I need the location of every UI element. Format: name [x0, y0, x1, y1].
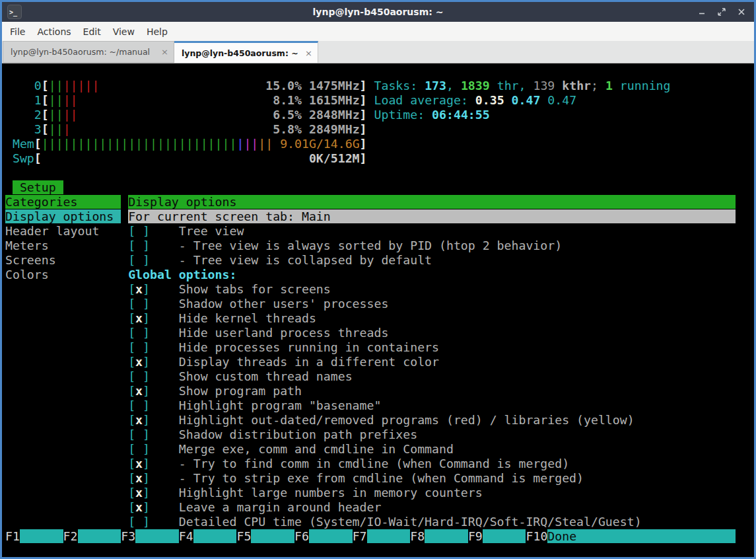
checkbox-highlight-outdated[interactable]: [ [128, 413, 135, 427]
f3-action[interactable] [135, 529, 179, 543]
f5-key[interactable]: F5 [236, 529, 251, 543]
categories-panel-header: Categories [5, 195, 121, 209]
checkbox-tree-sorted[interactable]: [ [128, 239, 135, 252]
option-label-margin-header[interactable]: Leave a margin around header [179, 500, 382, 514]
f3-key[interactable]: F3 [121, 529, 135, 543]
tasks-label: Tasks: [374, 79, 425, 93]
f9-key[interactable]: F9 [468, 529, 483, 543]
mem-bar-buffers: | [236, 137, 244, 151]
option-label-merge-exe[interactable]: Merge exe, comm and cmdline in Command [179, 442, 454, 456]
option-label-show-tabs[interactable]: Show tabs for screens [179, 282, 331, 296]
option-label-find-comm[interactable]: - Try to find comm in cmdline (when Comm… [179, 457, 569, 470]
checkbox-program-path[interactable]: [ [128, 384, 135, 398]
checkbox-highlight-basename[interactable]: [ [128, 398, 135, 412]
option-label-tree-sorted[interactable]: - Tree view is always sorted by PID (hto… [179, 239, 562, 252]
option-label-hide-kernel[interactable]: Hide kernel threads [179, 311, 316, 325]
category-display-options[interactable]: Display options [5, 209, 121, 223]
checkbox-thread-names[interactable]: [ [128, 369, 135, 383]
f7-key[interactable]: F7 [353, 529, 367, 543]
cpu1-bar-normal: || [49, 93, 63, 107]
checkbox-find-comm[interactable]: [ [128, 457, 135, 470]
uptime-value: 06:44:55 [432, 108, 490, 122]
checkbox-shadow-paths[interactable]: [ [128, 428, 135, 441]
option-label-shadow-users[interactable]: Shadow other users' processes [179, 297, 389, 311]
terminal-screen[interactable]: 0[||||||| 15.0% 1475MHz] Tasks: 173, 183… [2, 63, 754, 557]
menu-file[interactable]: File [4, 26, 31, 37]
f8-action[interactable] [425, 529, 468, 543]
checkbox-show-tabs[interactable]: [ [128, 282, 135, 296]
f6-action[interactable] [309, 529, 353, 543]
category-colors[interactable]: Colors [5, 268, 49, 281]
kthreads-count: 139 [533, 79, 562, 93]
f5-action[interactable] [251, 529, 294, 543]
option-label-threads-color[interactable]: Display threads in a different color [179, 355, 439, 369]
f6-key[interactable]: F6 [294, 529, 309, 543]
option-label-tree-view[interactable]: Tree view [179, 224, 244, 238]
minimize-button[interactable] [697, 7, 706, 17]
uptime-label: Uptime: [374, 108, 432, 122]
option-label-highlight-outdated[interactable]: Highlight out-dated/removed programs (re… [179, 413, 635, 427]
option-row-threads-color: [x] Display threads in a different color [5, 355, 754, 369]
cpu2-meter-row: 2[|||| 6.5% 2848MHz] Uptime: 06:44:55 [5, 108, 754, 122]
option-label-thread-names[interactable]: Show custom thread names [179, 369, 353, 383]
menu-help[interactable]: Help [141, 26, 174, 37]
category-meters[interactable]: Meters [5, 239, 49, 252]
option-row-detailed-cpu: [ ] Detailed CPU time (System/IO-Wait/Ha… [5, 515, 754, 529]
f10-action-done[interactable]: Done [547, 529, 576, 543]
mem-label: Mem [13, 137, 34, 151]
checkbox-shadow-users[interactable]: [ [128, 297, 135, 311]
checkbox-tree-view[interactable]: [ [128, 224, 135, 238]
option-label-hide-containers[interactable]: Hide processes running in containers [179, 340, 439, 354]
checkbox-tree-collapsed[interactable]: [ [128, 253, 135, 267]
tab-home[interactable]: lynp@lyn-b450aorusm: ~ × [174, 41, 318, 63]
f8-key[interactable]: F8 [410, 529, 425, 543]
window-title: lynp@lyn-b450aorusm: ~ [2, 7, 754, 17]
titlebar[interactable]: >_ lynp@lyn-b450aorusm: ~ [2, 2, 754, 22]
option-label-highlight-numbers[interactable]: Highlight large numbers in memory counte… [179, 486, 483, 500]
option-label-strip-exe[interactable]: - Try to strip exe from cmdline (when Co… [179, 471, 584, 485]
f4-key[interactable]: F4 [179, 529, 193, 543]
option-label-hide-userland[interactable]: Hide userland process threads [179, 326, 389, 340]
f9-action[interactable] [483, 529, 526, 543]
mem-bar-used: ||||||||||||||||||||||||||| [42, 137, 237, 151]
menu-view[interactable]: View [107, 26, 141, 37]
option-label-shadow-paths[interactable]: Shadow distribution path prefixes [179, 428, 417, 441]
category-header-layout[interactable]: Header layout [5, 224, 99, 238]
menu-edit[interactable]: Edit [77, 26, 107, 37]
mem-bar-shared: || [244, 137, 258, 151]
option-row-tree-view: Header layout [ ] Tree view [5, 224, 754, 239]
checkbox-threads-color[interactable]: [ [128, 355, 135, 369]
f7-action[interactable] [367, 529, 411, 543]
f10-key[interactable]: F10 [526, 529, 547, 543]
mem-meter-row: Mem[|||||||||||||||||||||||||||||||| 9.0… [5, 137, 754, 151]
checkbox-hide-userland[interactable]: [ [128, 326, 135, 340]
close-button[interactable] [737, 7, 746, 17]
checkbox-detailed-cpu[interactable]: [ [128, 515, 135, 529]
checkbox-hide-containers[interactable]: [ [128, 340, 135, 354]
checkbox-hide-kernel[interactable]: [ [128, 311, 135, 325]
checkbox-merge-exe[interactable]: [ [128, 442, 135, 456]
checkbox-highlight-numbers[interactable]: [ [128, 486, 135, 500]
f1-key[interactable]: F1 [5, 529, 20, 543]
option-label-detailed-cpu[interactable]: Detailed CPU time (System/IO-Wait/Hard-I… [179, 515, 642, 529]
mem-value: 9.01G/14.6G [280, 137, 359, 151]
option-label-program-path[interactable]: Show program path [179, 384, 302, 398]
setup-tab[interactable]: Setup [13, 180, 63, 194]
tab-manual[interactable]: lynp@lyn-b450aorusm: ~/manual × [3, 41, 174, 63]
option-label-highlight-basename[interactable]: Highlight program "basename" [179, 398, 382, 412]
option-row-program-path: [x] Show program path [5, 384, 754, 398]
menu-actions[interactable]: Actions [31, 26, 77, 37]
f2-action[interactable] [78, 529, 121, 543]
checkbox-margin-header[interactable]: [ [128, 500, 135, 514]
option-row-shadow-users: [ ] Shadow other users' processes [5, 297, 754, 311]
restore-button[interactable] [717, 7, 726, 17]
f4-action[interactable] [193, 529, 237, 543]
tab-close-icon[interactable]: × [301, 48, 312, 58]
option-label-tree-collapsed[interactable]: - Tree view is collapsed by default [179, 253, 432, 267]
category-screens[interactable]: Screens [5, 253, 56, 267]
checkbox-strip-exe[interactable]: [ [128, 471, 135, 485]
f1-action[interactable] [20, 529, 63, 543]
tab-close-icon[interactable]: × [157, 47, 168, 57]
load-average-label: Load average: [374, 93, 475, 107]
f2-key[interactable]: F2 [63, 529, 78, 543]
